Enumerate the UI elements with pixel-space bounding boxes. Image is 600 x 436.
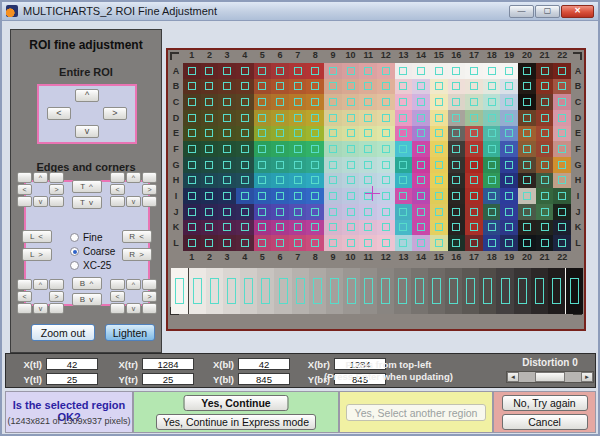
- left-edge-left-button[interactable]: L <: [22, 230, 52, 243]
- color-patch: [218, 94, 236, 110]
- roi-marker: [505, 239, 513, 247]
- roi-marker: [276, 129, 284, 137]
- coordinate-input[interactable]: 845: [238, 373, 290, 385]
- roi-marker: [205, 239, 213, 247]
- cluster-down-button[interactable]: v: [126, 196, 141, 207]
- radio-fine[interactable]: Fine: [70, 232, 115, 243]
- cluster-right-button[interactable]: >: [142, 291, 157, 302]
- slider-left-arrow-icon[interactable]: ◄: [507, 372, 519, 382]
- cluster-right-button[interactable]: >: [49, 291, 64, 302]
- color-patch: [236, 220, 254, 236]
- distortion-slider[interactable]: ◄ ►: [506, 371, 594, 383]
- cluster-up-button[interactable]: ^: [33, 279, 48, 290]
- color-patch: [412, 188, 430, 204]
- roi-marker: [347, 114, 355, 122]
- close-icon[interactable]: ✕: [561, 5, 594, 18]
- color-patch: [324, 141, 342, 157]
- roi-marker: [558, 98, 566, 106]
- grayscale-patch: [496, 268, 513, 314]
- right-edge-right-button[interactable]: R >: [122, 248, 152, 261]
- column-label: 12: [377, 50, 395, 61]
- coordinate-input[interactable]: 1284: [142, 358, 194, 370]
- cluster-diagonal-button[interactable]: [17, 303, 32, 314]
- cancel-button[interactable]: Cancel: [502, 414, 588, 430]
- lighten-button[interactable]: Lighten: [105, 324, 155, 341]
- grayscale-patch: [257, 268, 274, 314]
- cluster-diagonal-button[interactable]: [142, 196, 157, 207]
- cluster-diagonal-button[interactable]: [17, 279, 32, 290]
- cluster-down-button[interactable]: v: [126, 303, 141, 314]
- roi-marker: [364, 145, 372, 153]
- coordinate-input[interactable]: 25: [46, 373, 98, 385]
- top-edge-up-button[interactable]: T ^: [72, 180, 102, 193]
- cluster-left-button[interactable]: <: [17, 184, 32, 195]
- bottom-edge-down-button[interactable]: B v: [72, 293, 102, 306]
- move-up-button[interactable]: ^: [75, 89, 99, 102]
- cluster-left-button[interactable]: <: [17, 291, 32, 302]
- roi-marker: [541, 239, 549, 247]
- left-edge-right-button[interactable]: L >: [22, 248, 52, 261]
- column-label: 20: [518, 252, 536, 263]
- cluster-up-button[interactable]: ^: [126, 172, 141, 183]
- cluster-diagonal-button[interactable]: [110, 303, 125, 314]
- cluster-right-button[interactable]: >: [49, 184, 64, 195]
- cluster-down-button[interactable]: v: [33, 303, 48, 314]
- coordinate-input[interactable]: 42: [238, 358, 290, 370]
- roi-marker: [258, 208, 266, 216]
- color-patch: [271, 63, 289, 79]
- radio-xc-25[interactable]: XC-25: [70, 260, 115, 271]
- column-label: 17: [465, 252, 483, 263]
- cluster-right-button[interactable]: >: [142, 184, 157, 195]
- roi-marker: [311, 98, 319, 106]
- coordinate-input[interactable]: 25: [142, 373, 194, 385]
- cluster-left-button[interactable]: <: [110, 291, 125, 302]
- slider-right-arrow-icon[interactable]: ►: [581, 372, 593, 382]
- color-patch: [218, 110, 236, 126]
- roi-marker: [205, 98, 213, 106]
- roi-marker: [329, 208, 337, 216]
- no-try-again-button[interactable]: No, Try again: [502, 395, 588, 411]
- top-edge-down-button[interactable]: T v: [72, 196, 102, 209]
- slider-track[interactable]: [519, 372, 581, 382]
- yes-continue-button[interactable]: Yes, Continue: [184, 395, 289, 411]
- roi-marker: [364, 208, 372, 216]
- minimize-icon[interactable]: —: [509, 5, 534, 18]
- cluster-diagonal-button[interactable]: [49, 279, 64, 290]
- maximize-icon[interactable]: ▢: [535, 5, 560, 18]
- roi-marker: [382, 223, 390, 231]
- yes-select-another-region-button[interactable]: Yes, Select another region: [346, 404, 486, 421]
- roi-marker: [188, 223, 196, 231]
- title-bar[interactable]: MULTICHARTS_2 ROI Fine Adjustment — ▢ ✕: [2, 2, 598, 21]
- move-down-button[interactable]: v: [75, 125, 99, 138]
- move-left-button[interactable]: <: [47, 107, 71, 120]
- cluster-diagonal-button[interactable]: [49, 172, 64, 183]
- zoom-out-button[interactable]: Zoom out: [31, 324, 95, 341]
- radio-coarse[interactable]: Coarse: [70, 246, 115, 257]
- cluster-diagonal-button[interactable]: [142, 303, 157, 314]
- cluster-diagonal-button[interactable]: [49, 196, 64, 207]
- roi-marker: [505, 82, 513, 90]
- yes-continue-express-button[interactable]: Yes, Continue in Express mode: [156, 414, 316, 430]
- cluster-up-button[interactable]: ^: [126, 279, 141, 290]
- window-title: MULTICHARTS_2 ROI Fine Adjustment: [23, 5, 509, 17]
- roi-marker: [294, 82, 302, 90]
- cluster-diagonal-button[interactable]: [142, 279, 157, 290]
- right-edge-left-button[interactable]: R <: [122, 230, 152, 243]
- cluster-up-button[interactable]: ^: [33, 172, 48, 183]
- cluster-diagonal-button[interactable]: [49, 303, 64, 314]
- bottom-edge-up-button[interactable]: B ^: [72, 277, 102, 290]
- slider-thumb[interactable]: [535, 372, 565, 382]
- cluster-diagonal-button[interactable]: [17, 196, 32, 207]
- roi-marker: [311, 192, 319, 200]
- move-right-button[interactable]: >: [103, 107, 127, 120]
- cluster-diagonal-button[interactable]: [110, 279, 125, 290]
- grayscale-patch: [428, 268, 445, 314]
- cluster-diagonal-button[interactable]: [110, 196, 125, 207]
- cluster-diagonal-button[interactable]: [110, 172, 125, 183]
- cluster-diagonal-button[interactable]: [17, 172, 32, 183]
- cluster-left-button[interactable]: <: [110, 184, 125, 195]
- coordinate-input[interactable]: 42: [46, 358, 98, 370]
- roi-marker: [452, 67, 460, 75]
- cluster-down-button[interactable]: v: [33, 196, 48, 207]
- cluster-diagonal-button[interactable]: [142, 172, 157, 183]
